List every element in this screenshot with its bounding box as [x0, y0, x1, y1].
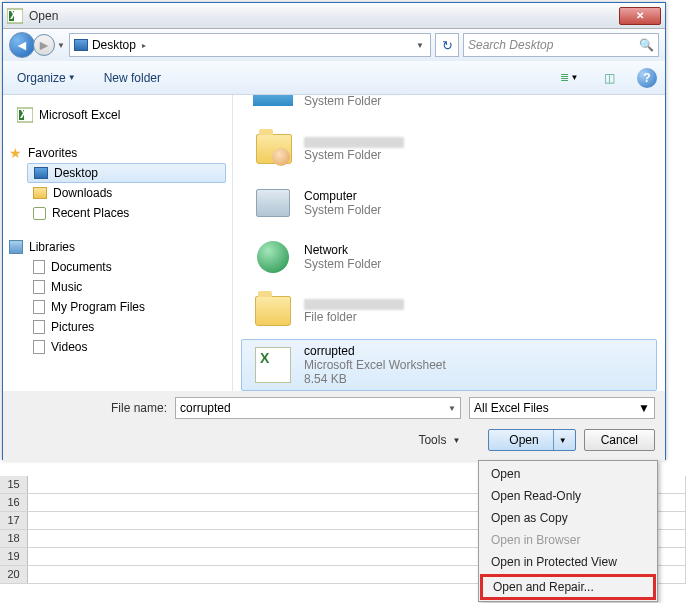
music-icon — [33, 280, 45, 294]
breadcrumb[interactable]: Desktop — [92, 38, 136, 52]
desktop-icon — [34, 167, 48, 179]
excel-file-icon — [255, 347, 291, 383]
toolbar: Organize▼ New folder ≣▼ ◫ ? — [3, 61, 665, 95]
list-item-computer[interactable]: ComputerSystem Folder — [241, 177, 657, 229]
row-header[interactable]: 18 — [0, 530, 28, 547]
row-header[interactable]: 19 — [0, 548, 28, 565]
new-folder-button[interactable]: New folder — [98, 67, 167, 89]
history-dropdown[interactable]: ▼ — [57, 41, 65, 50]
list-item-corrupted[interactable]: corruptedMicrosoft Excel Worksheet8.54 K… — [241, 339, 657, 391]
chevron-down-icon[interactable]: ▼ — [448, 404, 456, 413]
excel-icon: X — [17, 107, 33, 123]
user-icon — [272, 148, 290, 166]
sidebar-item-downloads[interactable]: Downloads — [3, 183, 232, 203]
refresh-button[interactable]: ↻ — [435, 33, 459, 57]
recent-icon — [33, 207, 46, 220]
address-bar[interactable]: Desktop ▸ ▼ — [69, 33, 431, 57]
document-icon — [33, 260, 45, 274]
chevron-down-icon[interactable]: ▼ — [638, 401, 650, 415]
list-item[interactable]: System Folder — [241, 95, 657, 121]
navigation-pane: X Microsoft Excel ★ Favorites Desktop Do… — [3, 95, 233, 391]
row-header[interactable]: 16 — [0, 494, 28, 511]
folder-icon — [33, 187, 47, 199]
back-button[interactable]: ◄ — [9, 32, 35, 58]
file-list-pane[interactable]: System Folder System Folder ComputerSyst… — [233, 95, 665, 391]
row-header[interactable]: 17 — [0, 512, 28, 529]
view-options-button[interactable]: ≣▼ — [557, 67, 581, 89]
list-item[interactable]: System Folder — [241, 123, 657, 175]
organize-button[interactable]: Organize▼ — [11, 67, 82, 89]
list-item-network[interactable]: NetworkSystem Folder — [241, 231, 657, 283]
network-icon — [257, 241, 289, 273]
hidden-text — [304, 299, 404, 310]
sidebar-item-recent[interactable]: Recent Places — [3, 203, 232, 223]
folder-icon — [33, 300, 45, 314]
open-button[interactable]: Open▼ — [488, 429, 575, 451]
pictures-icon — [33, 320, 45, 334]
sidebar-item-desktop[interactable]: Desktop — [27, 163, 226, 183]
close-button[interactable]: ✕ — [619, 7, 661, 25]
menu-item-open[interactable]: Open — [481, 463, 655, 485]
forward-button[interactable]: ► — [33, 34, 55, 56]
open-options-menu: Open Open Read-Only Open as Copy Open in… — [478, 460, 658, 602]
open-split-dropdown[interactable]: ▼ — [553, 430, 567, 450]
chevron-right-icon[interactable]: ▸ — [140, 41, 148, 50]
dialog-footer: File name: corrupted▼ All Excel Files▼ T… — [3, 391, 665, 461]
videos-icon — [33, 340, 45, 354]
hidden-text — [304, 137, 404, 148]
libraries-icon — [253, 95, 293, 106]
libraries-icon — [9, 240, 23, 254]
row-header[interactable]: 15 — [0, 476, 28, 493]
svg-text:X: X — [20, 107, 28, 121]
search-input[interactable]: Search Desktop 🔍 — [463, 33, 659, 57]
sidebar-item-videos[interactable]: Videos — [3, 337, 232, 357]
menu-item-open-readonly[interactable]: Open Read-Only — [481, 485, 655, 507]
sidebar-item-pictures[interactable]: Pictures — [3, 317, 232, 337]
list-item[interactable]: File folder — [241, 285, 657, 337]
cancel-button[interactable]: Cancel — [584, 429, 655, 451]
folder-icon — [255, 296, 291, 326]
navigation-row: ◄ ► ▼ Desktop ▸ ▼ ↻ Search Desktop 🔍 — [3, 29, 665, 61]
preview-pane-button[interactable]: ◫ — [597, 67, 621, 89]
help-button[interactable]: ? — [637, 68, 657, 88]
file-type-filter[interactable]: All Excel Files▼ — [469, 397, 655, 419]
svg-text:X: X — [10, 8, 18, 22]
menu-item-open-protected[interactable]: Open in Protected View — [481, 551, 655, 573]
menu-item-open-repair[interactable]: Open and Repair... — [480, 574, 656, 600]
titlebar[interactable]: X Open ✕ — [3, 3, 665, 29]
sidebar-libraries-header[interactable]: Libraries — [3, 237, 232, 257]
address-dropdown-icon[interactable]: ▼ — [414, 41, 426, 50]
sidebar-item-music[interactable]: Music — [3, 277, 232, 297]
tools-button[interactable]: Tools▼ — [418, 433, 460, 447]
sidebar-app-entry[interactable]: X Microsoft Excel — [3, 101, 232, 129]
star-icon: ★ — [9, 145, 22, 161]
search-placeholder: Search Desktop — [468, 38, 635, 52]
open-dialog: X Open ✕ ◄ ► ▼ Desktop ▸ ▼ ↻ Search Desk… — [2, 2, 666, 460]
computer-icon — [256, 189, 290, 217]
menu-item-open-copy[interactable]: Open as Copy — [481, 507, 655, 529]
excel-icon: X — [7, 8, 23, 24]
filename-input[interactable]: corrupted▼ — [175, 397, 461, 419]
sidebar-item-programs[interactable]: My Program Files — [3, 297, 232, 317]
sidebar-item-documents[interactable]: Documents — [3, 257, 232, 277]
window-title: Open — [29, 9, 619, 23]
row-header[interactable]: 20 — [0, 566, 28, 583]
filename-label: File name: — [103, 401, 167, 415]
desktop-icon — [74, 39, 88, 51]
search-icon: 🔍 — [639, 38, 654, 52]
sidebar-favorites-header[interactable]: ★ Favorites — [3, 143, 232, 163]
menu-item-open-browser: Open in Browser — [481, 529, 655, 551]
